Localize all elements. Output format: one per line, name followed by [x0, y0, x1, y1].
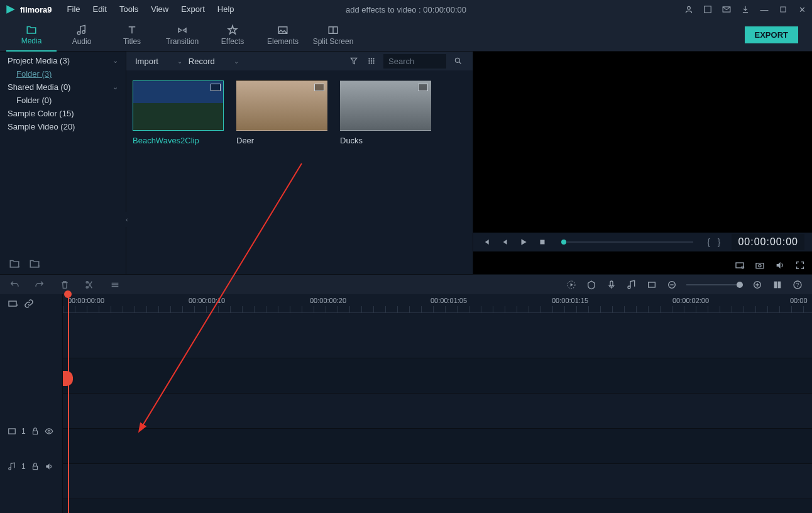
crop-button[interactable] — [109, 280, 121, 290]
svg-rect-37 — [33, 466, 37, 469]
redo-button[interactable] — [34, 280, 45, 290]
lock-icon[interactable] — [31, 462, 40, 471]
remove-folder-icon[interactable]: × — [29, 258, 40, 269]
play-button[interactable] — [518, 237, 529, 247]
playhead[interactable] — [68, 294, 69, 513]
chevron-down-icon: ⌄ — [112, 83, 118, 91]
svg-rect-3 — [781, 7, 786, 12]
split-button[interactable] — [84, 280, 96, 290]
timeline-track-headers: + 1 1 — [0, 294, 63, 513]
svg-point-13 — [373, 60, 374, 62]
video-track-head[interactable]: 1 — [0, 414, 62, 449]
link-icon[interactable] — [24, 299, 34, 309]
search-icon[interactable] — [453, 57, 464, 65]
app-version: 9 — [47, 5, 52, 14]
view-mode-icon[interactable] — [772, 280, 783, 290]
svg-point-9 — [371, 58, 372, 59]
clip-beach[interactable]: BeachWaves2Clip — [133, 80, 224, 145]
menu-export[interactable]: Export — [175, 0, 211, 19]
tab-elements[interactable]: Elements — [258, 19, 308, 52]
lock-icon[interactable] — [31, 427, 40, 436]
snapshot-icon[interactable] — [754, 260, 765, 270]
play-back-button[interactable] — [500, 237, 510, 247]
speaker-icon[interactable] — [45, 462, 53, 471]
svg-rect-28 — [774, 281, 777, 288]
download-icon[interactable] — [740, 4, 750, 14]
add-track-icon[interactable]: + — [8, 299, 18, 309]
playhead-marker[interactable] — [64, 290, 72, 298]
toolbar: Media Audio Titles Transition Effects El… — [0, 19, 812, 52]
seek-bar[interactable] — [561, 241, 693, 243]
save-icon[interactable] — [703, 4, 713, 14]
tab-split-screen[interactable]: Split Screen — [308, 19, 358, 52]
minimize-icon[interactable]: — — [759, 4, 769, 14]
record-icon[interactable] — [606, 280, 617, 290]
filter-icon[interactable] — [348, 57, 359, 65]
svg-rect-34 — [9, 429, 16, 434]
app-name: filmora — [20, 5, 47, 14]
search-input[interactable] — [383, 54, 446, 69]
delete-button[interactable] — [59, 280, 70, 290]
playhead-knob[interactable] — [63, 371, 73, 386]
sidebar-folder-0[interactable]: Folder (0) — [0, 94, 126, 107]
menu-file[interactable]: File — [61, 0, 87, 19]
svg-rect-19 — [736, 263, 743, 268]
timeline-track[interactable] — [63, 499, 812, 513]
tab-titles[interactable]: Titles — [107, 19, 157, 52]
zoom-slider[interactable] — [686, 284, 743, 285]
menu-view[interactable]: View — [145, 0, 175, 19]
audio-track[interactable] — [63, 464, 812, 499]
main-menu: File Edit Tools View Export Help — [61, 0, 241, 19]
sidebar-project-media[interactable]: Project Media (3)⌄ — [0, 54, 126, 67]
help-icon[interactable]: ? — [792, 280, 803, 290]
menu-help[interactable]: Help — [211, 0, 241, 19]
maximize-icon[interactable] — [778, 4, 788, 14]
sidebar-shared-media[interactable]: Shared Media (0)⌄ — [0, 80, 126, 94]
quality-icon[interactable] — [734, 260, 745, 270]
mark-in-out[interactable]: { } — [707, 237, 723, 247]
user-icon[interactable] — [684, 4, 694, 14]
zoom-out-button[interactable] — [666, 280, 678, 290]
clip-ducks[interactable]: Ducks — [340, 80, 431, 145]
volume-icon[interactable] — [774, 260, 786, 270]
render-icon[interactable] — [566, 280, 577, 290]
eye-icon[interactable] — [45, 427, 53, 436]
clip-deer[interactable]: Deer — [236, 80, 327, 145]
zoom-in-button[interactable] — [752, 280, 763, 290]
tab-transition[interactable]: Transition — [157, 19, 207, 52]
mixer-icon[interactable] — [626, 280, 637, 290]
tab-media[interactable]: Media — [6, 19, 57, 52]
fullscreen-icon[interactable] — [794, 260, 806, 270]
export-button[interactable]: EXPORT — [745, 26, 798, 43]
logo-icon — [5, 4, 16, 15]
svg-text:×: × — [38, 263, 40, 269]
sidebar-folder-3[interactable]: Folder (3) — [0, 67, 126, 80]
menu-tools[interactable]: Tools — [113, 0, 145, 19]
sidebar-collapse-handle[interactable]: ‹ — [124, 212, 129, 227]
audio-track-index: 1 — [21, 462, 26, 471]
tab-audio[interactable]: Audio — [57, 19, 107, 52]
marker-icon[interactable] — [586, 280, 597, 290]
undo-button[interactable] — [9, 280, 20, 290]
seek-handle[interactable] — [561, 240, 566, 245]
record-dropdown[interactable]: Record⌄ — [189, 57, 239, 66]
sidebar-sample-color[interactable]: Sample Color (15) — [0, 107, 126, 120]
ruler-label: 00:00 — [790, 297, 808, 304]
fit-icon[interactable] — [646, 280, 657, 290]
prev-frame-button[interactable] — [481, 237, 491, 247]
stop-button[interactable] — [537, 237, 547, 247]
tab-effects-label: Effects — [221, 37, 244, 46]
grid-icon[interactable] — [366, 57, 377, 65]
clip-thumb — [340, 80, 431, 131]
sidebar-sample-video[interactable]: Sample Video (20) — [0, 120, 126, 133]
close-icon[interactable]: ✕ — [797, 4, 807, 14]
audio-track-head[interactable]: 1 — [0, 449, 62, 484]
import-dropdown[interactable]: Import⌄ — [135, 57, 182, 66]
timeline-toolbar: ? — [0, 274, 812, 294]
menu-edit[interactable]: Edit — [87, 0, 113, 19]
zoom-handle[interactable] — [737, 282, 743, 288]
mail-icon[interactable] — [721, 4, 732, 14]
add-folder-icon[interactable]: + — [9, 258, 20, 269]
tab-effects[interactable]: Effects — [207, 19, 258, 52]
ruler-label: 00:00:01:15 — [552, 297, 588, 304]
